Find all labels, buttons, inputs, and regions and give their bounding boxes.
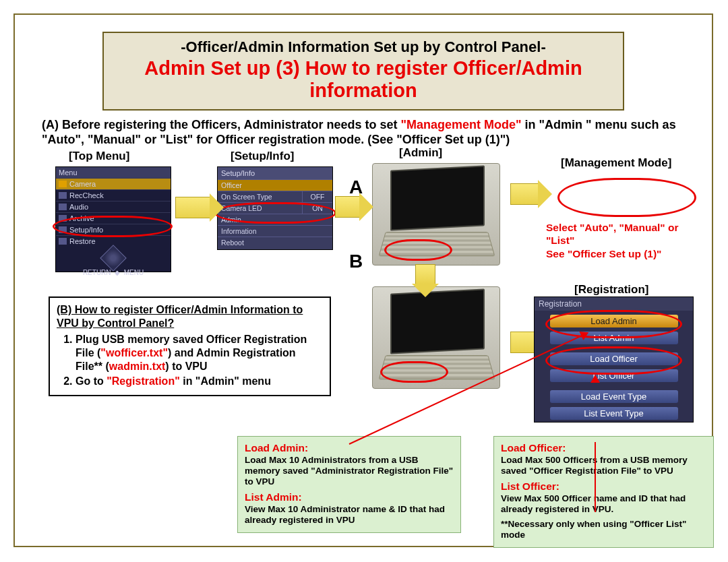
label-management-mode: [Management Mode]	[561, 156, 671, 170]
reccheck-icon	[59, 192, 67, 199]
txt: Go to	[75, 375, 107, 387]
topmenu-header: Menu	[56, 167, 171, 178]
mgmt-line1: Select "Auto", "Manual" or "List"	[546, 222, 678, 246]
dpad-icon	[100, 245, 127, 272]
arrow-down-icon	[415, 264, 435, 284]
setupinfo-header: Setup/Info	[218, 167, 332, 179]
regpanel-header: Registration	[535, 297, 693, 311]
topmenu-nav: RETURN ◆ MENU	[56, 247, 171, 278]
title-line2: Admin Set up (3) How to register Officer…	[112, 57, 615, 102]
greenbox-officer: Load Officer: Load Max 500 Officers from…	[493, 436, 714, 548]
marker-a: A	[349, 177, 363, 198]
title-box: -Officer/Admin Information Set up by Con…	[102, 32, 624, 111]
para-a-lead: (A) Before registering the Officers, Adm…	[42, 118, 400, 131]
green-body: Load Max 500 Officers from a USB memory …	[501, 455, 706, 476]
box-b-step1: Plug USB memory saved Officer Registrati…	[75, 333, 323, 373]
highlight-circle-setup-info	[53, 216, 173, 237]
green-h: List Officer:	[501, 480, 706, 493]
regpanel-list-event: List Event Type	[550, 407, 678, 420]
row-label: Reboot	[218, 237, 332, 248]
topmenu-item-reccheck: RecCheck	[56, 189, 171, 201]
row-val: OFF	[302, 191, 332, 202]
highlight-circle-mgmt-mode	[557, 178, 696, 217]
box-b-step2: Go to "Registration" in "Admin" menu	[75, 375, 323, 388]
green-h: Load Officer:	[501, 442, 706, 455]
mgmt-line2: See "Officer Set up (1)"	[546, 248, 661, 259]
topmenu-item-audio: Audio	[56, 201, 171, 212]
green-body: View Max 10 Administrator name & ID that…	[245, 504, 454, 526]
topmenu-label: RecCheck	[69, 191, 104, 199]
setupinfo-row-reboot: Reboot	[218, 237, 332, 248]
restore-icon	[59, 238, 67, 245]
row-label: Officer	[218, 180, 332, 191]
title-line1: -Officer/Admin Information Set up by Con…	[112, 38, 615, 56]
camera-icon	[59, 181, 67, 187]
nav-menu: MENU	[124, 269, 144, 276]
box-b-heading: (B) How to register Officer/Admin Inform…	[57, 304, 303, 329]
topmenu-label: Camera	[69, 180, 96, 188]
para-a-mm: "Management Mode"	[400, 118, 521, 131]
box-b: (B) How to register Officer/Admin Inform…	[49, 296, 331, 396]
setupinfo-row-information: Information	[218, 225, 332, 237]
txt: ) to VPU	[165, 361, 207, 372]
nav-return: RETURN	[83, 269, 111, 276]
regpanel-load-event: Load Event Type	[550, 390, 678, 403]
topmenu-item-camera: Camera	[56, 178, 171, 189]
highlight-circle-admin	[214, 202, 336, 224]
laptop-screen	[390, 288, 485, 354]
topmenu-label: Audio	[69, 203, 88, 211]
label-admin: [Admin]	[399, 146, 442, 160]
green-note: **Necessary only when using "Officer Lis…	[501, 519, 706, 540]
label-top-menu: [Top Menu]	[69, 150, 129, 163]
greenbox-admin: Load Admin: Load Max 10 Administrators f…	[237, 436, 461, 533]
green-body: View Max 500 Officer name and ID that ha…	[501, 493, 706, 515]
arrow-right-icon	[175, 197, 210, 218]
txt-red: wadmin.txt	[109, 361, 166, 372]
highlight-circle-laptop1	[384, 239, 452, 261]
mgmt-mode-text: Select "Auto", "Manual" or "List" See "O…	[546, 221, 704, 260]
laptop-screen	[390, 165, 485, 230]
highlight-circle-load-list-officer	[545, 346, 682, 375]
slide-frame: -Officer/Admin Information Set up by Con…	[13, 13, 713, 547]
arrow-right-icon	[335, 196, 360, 218]
highlight-circle-load-list-admin	[545, 310, 682, 338]
setupinfo-row-officer: Officer	[218, 179, 332, 191]
txt-red: "wofficer.txt"	[100, 347, 168, 358]
audio-icon	[59, 204, 67, 210]
label-setup-info: [Setup/Info]	[231, 150, 294, 163]
green-body: Load Max 10 Administrators from a USB me…	[245, 455, 454, 488]
highlight-circle-laptop2	[380, 361, 448, 383]
green-h: List Admin:	[245, 491, 454, 504]
red-arrow-line-2	[595, 442, 596, 512]
paragraph-a: (A) Before registering the Officers, Adm…	[42, 117, 685, 148]
txt-red: "Registration"	[107, 375, 180, 387]
topmenu-label: Restore	[69, 237, 96, 245]
row-label: On Screen Type	[218, 191, 302, 202]
label-registration: [Registration]	[574, 283, 649, 296]
red-arrow-head-2	[590, 375, 600, 383]
row-label: Information	[218, 226, 332, 237]
setupinfo-row-onscreen: On Screen TypeOFF	[218, 191, 332, 202]
marker-b: B	[349, 251, 363, 272]
arrow-right-icon	[510, 183, 539, 205]
txt: in "Admin" menu	[180, 375, 271, 387]
